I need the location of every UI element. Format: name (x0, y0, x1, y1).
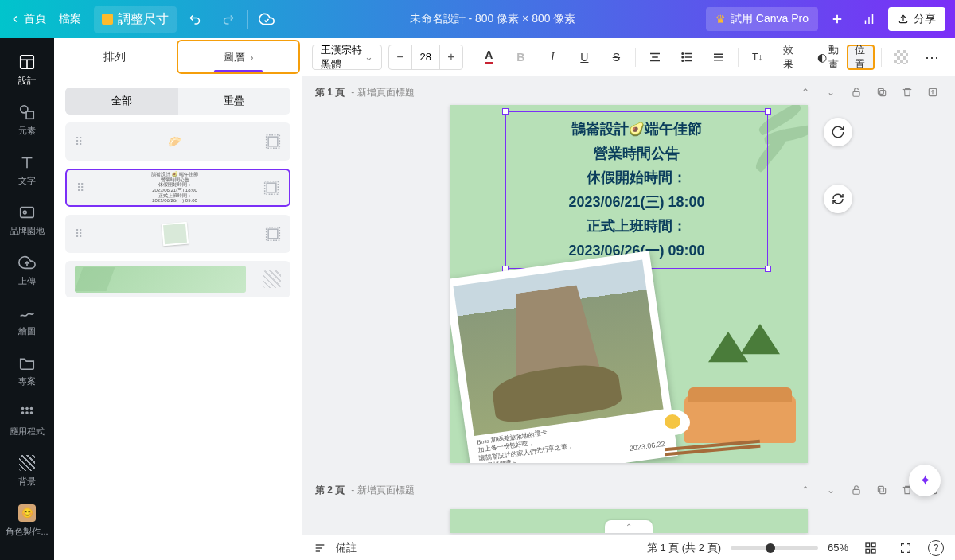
svg-rect-45 (880, 488, 886, 494)
underline-button[interactable]: U (571, 45, 597, 70)
delete-button[interactable] (898, 83, 917, 102)
svg-rect-54 (866, 549, 870, 553)
chevron-left-icon (10, 14, 21, 25)
frame-icon (265, 226, 281, 242)
effects-button[interactable]: 效果 (777, 45, 802, 70)
layer-item-selected[interactable]: ⠿ 鵠崙設計 🥑 端午佳節 營業時間公告 休假開始時間： 2023/06/21(… (65, 169, 290, 207)
size-decrease[interactable]: − (389, 45, 411, 69)
rail-character[interactable]: 😊角色製作... (0, 497, 54, 544)
text-color-icon: A (485, 49, 493, 64)
chevron-down-icon: ⌄ (364, 51, 373, 63)
sync-icon (831, 192, 845, 206)
fullscreen-icon (899, 542, 912, 554)
size-increase[interactable]: + (440, 45, 462, 69)
regenerate-button[interactable] (824, 118, 852, 146)
export-page-button[interactable] (923, 83, 942, 102)
vertical-text-button[interactable]: T↓ (745, 45, 770, 70)
layer-thumb: 🥟 (94, 135, 255, 149)
drag-handle-icon[interactable]: ⠿ (76, 181, 86, 194)
rail-design[interactable]: 設計 (0, 46, 54, 93)
more-icon: ⋯ (925, 49, 941, 66)
layer-item[interactable]: ⠿ (65, 215, 290, 253)
magic-button[interactable]: ✦ (909, 465, 941, 496)
canvas-page-1[interactable]: 鵠崙設計🥑端午佳節 營業時間公告 休假開始時間： 2023/06/21(三) 1… (450, 105, 808, 463)
transparency-button[interactable] (888, 45, 914, 70)
rail-uploads[interactable]: 上傳 (0, 247, 54, 294)
page-thumbnails-toggle[interactable]: ⌃ (605, 520, 653, 533)
zoom-slider[interactable] (731, 546, 818, 550)
document-title[interactable]: 未命名設計 - 800 像素 × 800 像素 (286, 12, 700, 26)
cloud-upload-icon (18, 253, 37, 272)
file-menu[interactable]: 檔案 (53, 7, 88, 31)
selected-text-element[interactable]: 鵠崙設計🥑端午佳節 營業時間公告 休假開始時間： 2023/06/21(三) 1… (505, 111, 768, 269)
trash-icon (902, 87, 913, 98)
try-pro-button[interactable]: ♛ 試用 Canva Pro (706, 7, 818, 31)
sync-button[interactable] (824, 185, 852, 213)
page-up-button[interactable]: ⌃ (796, 480, 815, 500)
seg-all[interactable]: 全部 (65, 88, 178, 115)
bold-button[interactable]: B (508, 45, 533, 70)
redo-button[interactable] (215, 6, 240, 32)
list-button[interactable] (674, 45, 700, 70)
lock-button[interactable] (847, 480, 866, 500)
page-subtitle[interactable]: - 新增頁面標題 (351, 484, 414, 497)
rail-text[interactable]: 文字 (0, 146, 54, 193)
polaroid-photo[interactable]: Boss 加碼差旅落地的禮卡加上各一份包好吃，讓鵠崙設計的家人們先行享之筆，吃得… (450, 251, 678, 463)
notes-button[interactable]: 備註 (336, 541, 357, 555)
animate-button[interactable]: ◐動畫 (815, 45, 840, 70)
rail-brand[interactable]: 品牌園地 (0, 196, 54, 243)
duplicate-button[interactable] (872, 480, 891, 500)
duplicate-button[interactable] (872, 83, 891, 102)
svg-rect-13 (21, 208, 34, 218)
insights-button[interactable] (856, 6, 882, 32)
rail-apps[interactable]: 應用程式 (0, 397, 54, 444)
undo-button[interactable] (183, 6, 209, 32)
add-button[interactable] (824, 6, 850, 32)
zongzi-illustration[interactable] (668, 348, 796, 443)
transparency-icon (894, 50, 908, 64)
footer-bar: 備註 第 1 頁 (共 2 頁) 65% ? (302, 535, 955, 560)
rail-projects[interactable]: 專案 (0, 347, 54, 394)
tab-layers[interactable]: 圖層 › (177, 40, 301, 74)
position-button[interactable]: 位置 (847, 45, 875, 70)
strikethrough-button[interactable]: S (603, 45, 629, 70)
font-size-input[interactable] (411, 45, 440, 69)
align-icon (648, 50, 662, 64)
svg-point-14 (23, 211, 26, 214)
font-select[interactable]: 王漢宗特黑體 ⌄ (312, 45, 382, 70)
more-button[interactable]: ⋯ (920, 45, 945, 70)
drag-handle-icon[interactable]: ⠿ (75, 228, 84, 240)
rail-draw[interactable]: 繪圖 (0, 297, 54, 344)
resize-button[interactable]: 調整尺寸 (94, 6, 177, 33)
folder-icon (18, 353, 37, 372)
grid-view-button[interactable] (858, 535, 883, 561)
page-down-button[interactable]: ⌄ (821, 480, 840, 500)
page-up-button[interactable]: ⌃ (796, 83, 815, 102)
share-button[interactable]: 分享 (888, 7, 945, 31)
text-color-button[interactable]: A (476, 45, 501, 70)
fullscreen-button[interactable] (893, 535, 918, 561)
rail-elements[interactable]: 元素 (0, 96, 54, 143)
page-indicator[interactable]: 第 1 頁 (共 2 頁) (647, 541, 721, 555)
page-down-button[interactable]: ⌄ (821, 83, 840, 102)
drag-handle-icon[interactable]: ⠿ (75, 135, 84, 148)
help-button[interactable]: ? (928, 540, 944, 556)
svg-point-34 (682, 56, 684, 58)
text-line-5: 正式上班時間： (509, 214, 764, 239)
home-button[interactable]: 首頁 (10, 12, 46, 26)
resize-label: 調整尺寸 (118, 11, 169, 28)
align-button[interactable] (642, 45, 668, 70)
tab-arrange[interactable]: 排列 (54, 38, 175, 76)
layer-item-bg[interactable] (65, 261, 290, 298)
page-subtitle[interactable]: - 新增頁面標題 (351, 86, 414, 99)
rail-background[interactable]: 背景 (0, 447, 54, 494)
zoom-value[interactable]: 65% (828, 542, 848, 554)
lock-button[interactable] (847, 83, 866, 102)
svg-rect-55 (871, 549, 875, 553)
italic-button[interactable]: I (540, 45, 565, 70)
seg-overlap[interactable]: 重疊 (178, 88, 291, 115)
spacing-button[interactable] (706, 45, 731, 70)
cloud-sync-button[interactable] (254, 6, 279, 32)
layer-item[interactable]: ⠿ 🥟 (65, 122, 290, 161)
font-size-control: − + (388, 45, 463, 70)
